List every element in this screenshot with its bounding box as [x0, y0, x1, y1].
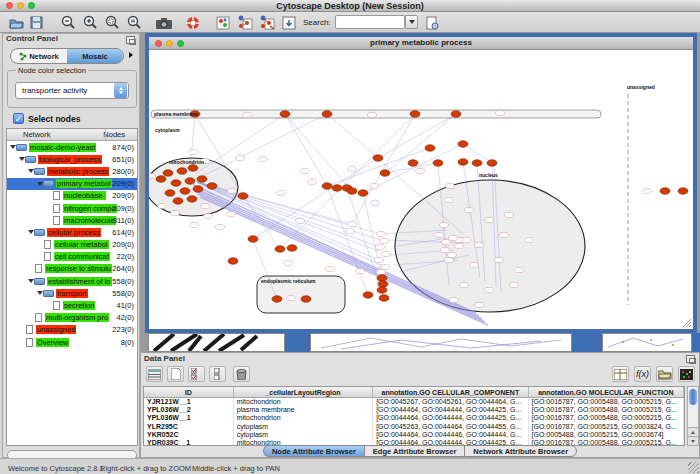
zoom-in-icon[interactable] [82, 14, 99, 31]
open-file-icon[interactable] [8, 14, 25, 31]
tree-row[interactable]: nitrogen compo209(0) [7, 202, 137, 214]
gene-node[interactable] [185, 178, 195, 185]
search-dropdown-button[interactable] [405, 15, 418, 29]
gene-label-oval[interactable] [377, 231, 386, 236]
gene-node[interactable] [188, 165, 198, 172]
tab-network[interactable]: Network [11, 49, 67, 63]
attribute-table-icon[interactable] [146, 366, 163, 382]
gene-label-oval[interactable] [445, 257, 454, 262]
new-attribute-icon[interactable] [167, 366, 184, 382]
scroll-down-icon[interactable] [688, 436, 698, 445]
tree-row[interactable]: establishment of lo558(0) [7, 275, 137, 287]
gene-label-oval[interactable] [442, 239, 451, 244]
select-attributes-icon[interactable] [188, 366, 205, 382]
gene-label-oval[interactable] [284, 260, 293, 265]
search-config-icon[interactable] [424, 14, 441, 31]
gene-label-oval[interactable] [485, 217, 494, 222]
formula-icon[interactable]: f(x) [634, 366, 651, 382]
canvas-resize-grip[interactable] [689, 325, 691, 327]
gene-label-oval[interactable] [500, 232, 509, 237]
unselect-attributes-icon[interactable] [209, 366, 226, 382]
tree-row[interactable]: transport558(0) [7, 287, 137, 299]
create-view-icon[interactable] [236, 14, 253, 31]
zoom-selected-icon[interactable] [104, 14, 121, 31]
snapshot-icon[interactable] [155, 14, 172, 31]
gene-label-oval[interactable] [460, 282, 469, 287]
table-cell[interactable]: mitochondrion [234, 414, 373, 422]
column-header[interactable]: ID [144, 387, 234, 397]
table-cell[interactable]: YKR052C [144, 431, 234, 439]
gene-label-oval[interactable] [475, 242, 484, 247]
gene-node[interactable] [410, 111, 420, 118]
table-cell[interactable]: [GO:0044464, GO:0044444, GO:0044425, G..… [373, 406, 528, 414]
table-cell[interactable]: [GO:0016787, GO:0005488, GO:0005215, G..… [529, 414, 684, 422]
table-row[interactable]: YLR295Ccytoplasm[GO:0045263, GO:0044464,… [144, 423, 684, 431]
gene-label-oval[interactable] [227, 211, 236, 216]
gene-node[interactable] [660, 188, 670, 195]
gene-label-oval[interactable] [201, 203, 210, 208]
gene-node[interactable] [171, 180, 181, 187]
gene-node[interactable] [248, 236, 258, 243]
gene-label-oval[interactable] [158, 203, 167, 208]
gene-label-oval[interactable] [515, 267, 524, 272]
gene-label-oval[interactable] [228, 188, 237, 193]
table-cell[interactable]: YLR295C [144, 423, 234, 431]
expand-arrow-icon[interactable] [28, 230, 34, 234]
gene-label-oval[interactable] [171, 210, 180, 215]
table-cell[interactable]: [GO:0016787, GO:0005488, GO:0005215, G..… [529, 398, 684, 406]
gene-label-oval[interactable] [435, 232, 444, 237]
gene-node[interactable] [275, 246, 285, 253]
tree-row[interactable]: nucleobase-209(0) [7, 190, 137, 202]
search-input[interactable] [335, 15, 405, 29]
gene-label-oval[interactable] [495, 257, 504, 262]
gene-label-oval[interactable] [243, 112, 252, 117]
gene-node[interactable] [165, 190, 175, 197]
gene-node[interactable] [458, 141, 468, 148]
gene-label-oval[interactable] [236, 155, 245, 160]
gene-label-oval[interactable] [326, 266, 335, 271]
gene-label-oval[interactable] [375, 257, 384, 262]
tree-row[interactable]: cellular process614(0) [7, 226, 137, 238]
gene-label-oval[interactable] [356, 268, 365, 273]
tab-node-attribute-browser[interactable]: Node Attribute Browser [263, 445, 364, 457]
table-cell[interactable]: cytoplasm [234, 431, 373, 439]
tab-edge-attribute-browser[interactable]: Edge Attribute Browser [364, 445, 464, 457]
gene-label-oval[interactable] [450, 297, 459, 302]
gene-node[interactable] [187, 196, 197, 203]
gene-label-oval[interactable] [449, 235, 458, 240]
gene-node[interactable] [163, 170, 173, 177]
gene-label-oval[interactable] [277, 190, 286, 195]
open-attributes-icon[interactable] [656, 366, 673, 382]
gene-label-oval[interactable] [643, 188, 652, 193]
tree-row[interactable]: multi-organism pro42(0) [7, 312, 137, 324]
gene-node[interactable] [487, 160, 497, 167]
tree-row[interactable]: metabolic process280(0) [7, 165, 137, 177]
zoom-out-icon[interactable] [60, 14, 77, 31]
tree-row[interactable]: macromolecule311(0) [7, 214, 137, 226]
table-cell[interactable]: [GO:0016787, GO:0005215, GO:0003824, G..… [529, 423, 684, 431]
gene-label-oval[interactable] [368, 112, 377, 117]
gene-label-oval[interactable] [204, 213, 213, 218]
gene-label-oval[interactable] [445, 197, 454, 202]
vizmapper-icon[interactable] [214, 14, 231, 31]
table-cell[interactable]: [GO:0044464, GO:0044446, GO:0044444, G..… [373, 431, 528, 439]
expand-arrow-icon[interactable] [28, 169, 34, 173]
gene-label-oval[interactable] [346, 228, 355, 233]
gene-label-oval[interactable] [446, 183, 455, 188]
help-icon[interactable] [184, 14, 201, 31]
tree-row[interactable]: mosaic-demo-yeast874(0) [7, 141, 137, 153]
gene-label-oval[interactable] [448, 252, 457, 257]
gene-node[interactable] [451, 111, 461, 118]
table-cell[interactable]: [GO:0044464, GO:0044444, GO:0044425, G..… [373, 414, 528, 422]
scroll-up-icon[interactable] [688, 427, 698, 436]
gene-label-oval[interactable] [416, 168, 425, 173]
gene-node[interactable] [347, 188, 357, 195]
gene-label-oval[interactable] [370, 183, 379, 188]
gene-node[interactable] [287, 245, 297, 252]
table-cell[interactable]: YJR121W__1 [144, 398, 234, 406]
gene-node[interactable] [238, 193, 248, 200]
import-table-icon[interactable] [612, 366, 629, 382]
tree-row[interactable]: unassigned223(0) [7, 324, 137, 336]
network-canvas[interactable]: plasma membranecytoplasmmitochondrionnuc… [149, 50, 693, 329]
tree-row[interactable]: primary metabol209(0) [7, 178, 137, 190]
